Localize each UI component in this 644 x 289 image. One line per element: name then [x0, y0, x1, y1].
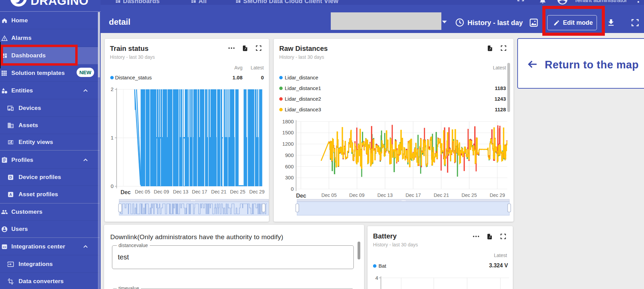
- svg-text:900: 900: [285, 152, 294, 158]
- svg-text:1800: 1800: [282, 119, 294, 124]
- svg-text:1500: 1500: [282, 130, 294, 135]
- svg-text:Dec 21: Dec 21: [434, 192, 449, 198]
- svg-text:Dec 09: Dec 09: [349, 192, 365, 198]
- svg-text:Dec 05: Dec 05: [135, 189, 150, 194]
- svg-text:0: 0: [291, 186, 294, 192]
- svg-text:4: 4: [375, 275, 378, 281]
- svg-text:Dec 25: Dec 25: [230, 189, 246, 194]
- svg-text:Dec 13: Dec 13: [173, 189, 189, 194]
- svg-text:2: 2: [111, 86, 113, 92]
- svg-text:300: 300: [285, 175, 294, 180]
- svg-text:1200: 1200: [282, 141, 294, 147]
- svg-text:Dec 13: Dec 13: [377, 192, 393, 198]
- svg-text:600: 600: [285, 164, 294, 169]
- svg-text:0: 0: [111, 183, 113, 189]
- svg-text:A: A: [9, 192, 12, 197]
- svg-text:Dec 17: Dec 17: [406, 192, 421, 198]
- svg-text:D: D: [9, 175, 12, 179]
- svg-text:Dec 29: Dec 29: [490, 192, 505, 198]
- svg-text:Dec 29: Dec 29: [249, 189, 265, 194]
- svg-text:<>: <>: [3, 245, 7, 248]
- svg-text:Dec 17: Dec 17: [192, 189, 207, 194]
- svg-text:Dec 05: Dec 05: [321, 192, 337, 198]
- svg-text:Dec: Dec: [296, 193, 306, 199]
- svg-text:Dec 25: Dec 25: [462, 192, 477, 198]
- svg-text:Dec 09: Dec 09: [154, 189, 169, 194]
- svg-text:1: 1: [111, 135, 113, 141]
- svg-text:Dec: Dec: [121, 189, 131, 195]
- svg-text:Dec 21: Dec 21: [211, 189, 227, 194]
